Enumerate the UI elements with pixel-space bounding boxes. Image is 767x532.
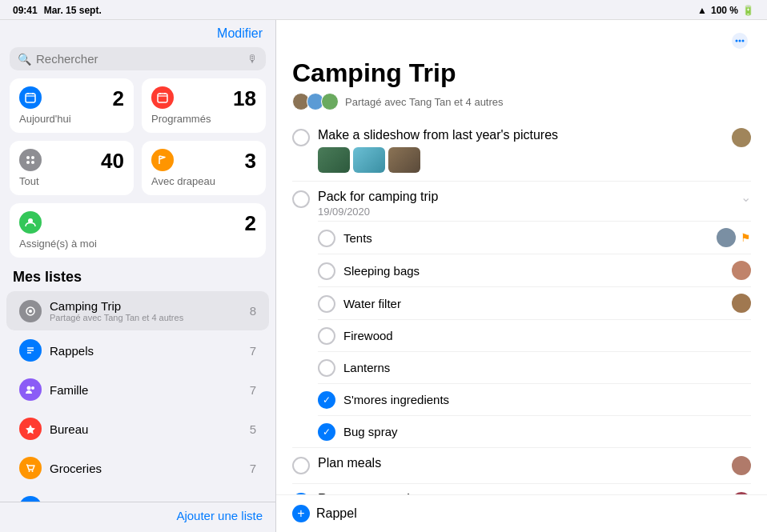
smart-card-all[interactable]: 40 Tout <box>10 141 134 195</box>
bureau-list-text: Bureau <box>50 422 242 436</box>
scheduled-label: Programmés <box>151 113 256 125</box>
task-thumbnails <box>318 147 724 173</box>
groceries-list-count: 7 <box>250 462 256 475</box>
smart-card-scheduled[interactable]: 18 Programmés <box>142 78 266 133</box>
sidebar-item-famille[interactable]: Famille 7 <box>6 370 269 409</box>
checkbox-tents[interactable] <box>318 230 335 247</box>
task-checkbox-meals[interactable] <box>292 457 310 474</box>
svg-rect-0 <box>26 94 35 102</box>
avatar-tents <box>717 228 736 247</box>
sidebar-item-camping[interactable]: Camping Trip Partagé avec Tang Tan et 4 … <box>6 291 269 330</box>
svg-point-18 <box>27 386 31 390</box>
shared-info: Partagé avec Tang Tan et 4 autres <box>276 93 767 120</box>
task-date-pack: 19/09/2020 <box>318 206 438 218</box>
checkbox-water[interactable] <box>318 295 335 313</box>
checkbox-smores[interactable] <box>318 391 335 409</box>
modifier-button[interactable]: Modifier <box>217 26 263 41</box>
pack-header-right: Pack for camping trip 19/09/2020 ⌄ <box>318 190 751 218</box>
smart-card-today[interactable]: 2 Aujourd'hui <box>10 78 134 133</box>
shared-text: Partagé avec Tang Tan et 4 autres <box>345 96 504 108</box>
task-name-meals: Plan meals <box>318 456 724 470</box>
add-reminder-bar[interactable]: + Rappel <box>276 494 767 532</box>
checkbox-bugspray[interactable] <box>318 423 335 441</box>
sidebar-item-groceries[interactable]: Groceries 7 <box>6 449 269 487</box>
sidebar-item-bureau[interactable]: Bureau 5 <box>6 410 269 448</box>
more-options-button[interactable] <box>729 30 751 52</box>
camping-list-subtitle: Partagé avec Tang Tan et 4 autres <box>50 313 242 322</box>
add-list-button[interactable]: Ajouter une liste <box>176 509 263 522</box>
rappels-list-text: Rappels <box>50 344 242 358</box>
status-date: Mar. 15 sept. <box>44 5 102 16</box>
famille-list-count: 7 <box>250 383 256 397</box>
main-header <box>276 20 767 58</box>
task-checkbox-pack[interactable] <box>292 190 310 208</box>
main-content: Camping Trip Partagé avec Tang Tan et 4 … <box>276 20 767 532</box>
search-icon: 🔍 <box>18 53 31 66</box>
assigned-label: Assigné(s) à moi <box>19 238 256 250</box>
meta-tents: ⚑ <box>717 228 751 247</box>
today-icon <box>19 86 42 109</box>
svg-point-9 <box>31 156 34 159</box>
checkbox-firewood[interactable] <box>318 327 335 345</box>
assigned-icon <box>19 211 42 234</box>
famille-list-icon <box>19 378 42 401</box>
smart-card-flagged[interactable]: 3 Avec drapeau <box>142 141 266 195</box>
subitem-smores: S'mores ingredients <box>318 383 751 415</box>
checkbox-sleeping[interactable] <box>318 262 335 280</box>
all-count: 40 <box>101 149 124 174</box>
mes-listes-header: Mes listes <box>0 266 275 290</box>
mic-icon[interactable]: 🎙 <box>247 53 258 65</box>
search-input[interactable] <box>36 52 243 66</box>
famille-list-text: Famille <box>50 383 242 397</box>
camping-list-count: 8 <box>250 304 256 318</box>
flagged-icon <box>151 149 174 171</box>
svg-marker-20 <box>26 425 35 434</box>
camping-list-text: Camping Trip Partagé avec Tang Tan et 4 … <box>50 299 242 322</box>
rappels-list-icon <box>19 339 42 362</box>
svg-point-26 <box>742 40 745 42</box>
flagged-count: 3 <box>245 149 256 174</box>
thumb-mountain <box>388 147 420 173</box>
pack-header: Pack for camping trip 19/09/2020 ⌄ <box>292 182 751 221</box>
checkbox-lanterns[interactable] <box>318 359 335 377</box>
battery-percent: 100 % <box>711 5 738 16</box>
svg-point-8 <box>26 156 30 159</box>
all-icon <box>19 149 42 171</box>
smart-card-assigned[interactable]: 2 Assigné(s) à moi <box>10 203 266 258</box>
task-content-meals: Plan meals <box>318 456 724 470</box>
rappels-list-name: Rappels <box>50 344 242 358</box>
scheduled-icon <box>151 86 174 109</box>
pack-subitems: Tents ⚑ Sleeping bags <box>292 221 751 447</box>
groceries-list-name: Groceries <box>50 462 242 475</box>
search-bar[interactable]: 🔍 🎙 <box>10 47 266 70</box>
sidebar-item-rappels[interactable]: Rappels 7 <box>6 331 269 370</box>
avatar-sleeping <box>732 261 751 280</box>
status-bar: 09:41 Mar. 15 sept. ▲ 100 % 🔋 <box>0 0 767 19</box>
subitem-name-tents: Tents <box>343 231 709 245</box>
task-meta-meals <box>732 456 751 475</box>
add-reminder-icon: + <box>292 505 310 522</box>
subitem-lanterns: Lanterns <box>318 351 751 383</box>
subitem-tents: Tents ⚑ <box>318 221 751 254</box>
sidebar: Modifier 🔍 🎙 2 <box>0 20 276 532</box>
sidebar-item-bookclub[interactable]: Book Club 2 <box>6 488 269 502</box>
today-count: 2 <box>113 86 124 111</box>
svg-point-22 <box>32 470 34 472</box>
svg-point-19 <box>31 386 34 390</box>
chevron-down-icon[interactable]: ⌄ <box>741 190 751 205</box>
assignee-avatar-slideshow <box>732 128 751 147</box>
status-time: 09:41 <box>13 5 38 16</box>
avatars-group <box>292 93 339 110</box>
bookclub-list-icon <box>19 496 42 502</box>
battery-icon: 🔋 <box>742 5 754 16</box>
meta-sleeping <box>732 261 751 280</box>
task-meta-slideshow <box>732 128 751 147</box>
smart-lists-grid: 2 Aujourd'hui 18 Program <box>0 78 275 266</box>
list-title: Camping Trip <box>276 58 767 93</box>
task-checkbox-slideshow[interactable] <box>292 129 310 146</box>
flagged-label: Avec drapeau <box>151 175 256 187</box>
flag-icon-tents: ⚑ <box>741 231 751 244</box>
subitem-firewood: Firewood <box>318 319 751 351</box>
svg-point-21 <box>29 470 30 472</box>
svg-point-25 <box>739 40 741 42</box>
